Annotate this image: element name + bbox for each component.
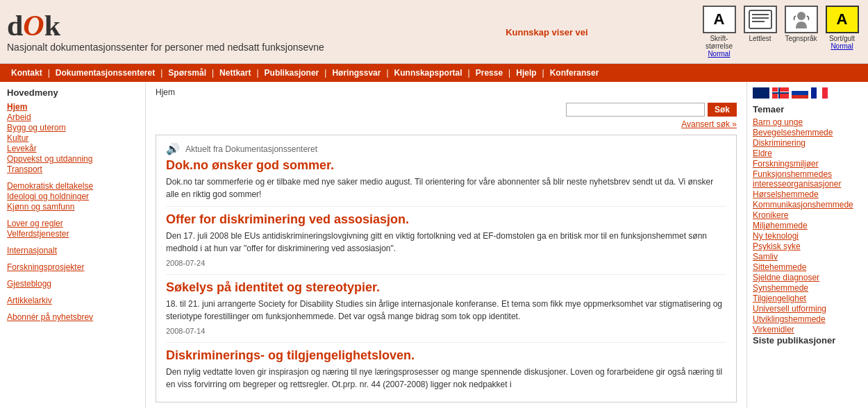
- header-center: Kunnskap viser vei: [324, 26, 700, 37]
- right-sidebar: Temaer Barn og ungeBevegelseshemmedeDisk…: [746, 82, 868, 408]
- section-label: Aktuelt fra Dokumentasjonssenteret: [185, 144, 317, 154]
- search-input[interactable]: [566, 103, 705, 117]
- nav-item-høringssvar[interactable]: Høringssvar: [326, 67, 386, 79]
- logo[interactable]: dOk: [7, 11, 324, 40]
- logo-k: k: [44, 10, 60, 42]
- tema-link-bevegelseshemmede[interactable]: Bevegelseshemmede: [753, 128, 862, 137]
- sidebar-separator: [7, 306, 138, 312]
- tema-link-ny-teknologi[interactable]: Ny teknologi: [753, 231, 862, 241]
- easy-read-label: Lettlest: [749, 35, 771, 42]
- flag-fr[interactable]: [811, 87, 828, 99]
- nav-item-nettkart[interactable]: Nettkart: [214, 67, 256, 79]
- svg-rect-0: [749, 10, 771, 28]
- sidebar-link-ideologi-og-holdninger[interactable]: Ideologi og holdninger: [7, 192, 138, 201]
- nav-item-hjelp[interactable]: Hjelp: [510, 67, 542, 79]
- tema-link-diskriminering[interactable]: Diskriminering: [753, 138, 862, 148]
- color-icon-box[interactable]: A: [826, 6, 859, 33]
- font-size-label: Skrift-størrelse: [706, 35, 733, 50]
- sidebar-separator: [7, 289, 138, 295]
- sidebar-separator: [7, 175, 138, 180]
- breadcrumb: Hjem: [156, 87, 737, 97]
- flag-no[interactable]: [772, 87, 789, 99]
- sidebar-link-artikkelarkiv[interactable]: Artikkelarkiv: [7, 296, 138, 305]
- main-layout: Hovedmeny HjemArbeidBygg og uteromKultur…: [0, 82, 868, 408]
- search-bar: Søk: [156, 103, 737, 117]
- search-button[interactable]: Søk: [708, 103, 737, 117]
- sidebar-link-velferdstjenester[interactable]: Velferdstjenester: [7, 229, 138, 239]
- article-title-1[interactable]: Offer for diskriminering ved assosiasjon…: [166, 212, 409, 226]
- tema-link-universell-utforming[interactable]: Universell utforming: [753, 304, 862, 314]
- tema-link-forskningsmiljøer[interactable]: Forskningsmiljøer: [753, 159, 862, 169]
- nav-item-kunnskapsportal[interactable]: Kunnskapsportal: [389, 67, 468, 79]
- flag-ru[interactable]: [792, 87, 808, 99]
- tagline: Kunnskap viser vei: [506, 27, 588, 37]
- nav-item-publikasjoner[interactable]: Publikasjoner: [259, 67, 325, 79]
- sidebar-link-levekår[interactable]: Levekår: [7, 144, 138, 153]
- logo-area: dOk Nasjonalt dokumentasjonssenter for p…: [7, 11, 324, 53]
- font-size-icon-box[interactable]: A: [703, 6, 736, 33]
- article-date-2: 2008-07-14: [166, 327, 726, 335]
- tema-link-psykisk-syke[interactable]: Psykisk syke: [753, 241, 862, 251]
- nav-item-presse[interactable]: Presse: [470, 67, 508, 79]
- sidebar-link-gjesteblogg[interactable]: Gjesteblogg: [7, 279, 138, 289]
- article-body-2: 18. til 21. juni arrangerte Society for …: [166, 298, 726, 323]
- nav-item-kontakt[interactable]: Kontakt: [6, 67, 48, 79]
- sidebar-link-arbeid[interactable]: Arbeid: [7, 112, 138, 122]
- tema-link-miljøhemmede[interactable]: Miljøhemmede: [753, 221, 862, 230]
- sidebar-link-oppvekst-og-utdanning[interactable]: Oppvekst og utdanning: [7, 154, 138, 164]
- speaker-icon[interactable]: 🔊: [166, 142, 180, 155]
- header: dOk Nasjonalt dokumentasjonssenter for p…: [0, 0, 868, 64]
- article-body-3: Den nylig vedtatte loven gir inspirasjon…: [166, 366, 726, 391]
- nav-item-dokumentasjonssenteret[interactable]: Dokumentasjonssenteret: [50, 67, 160, 79]
- siste-publikasjoner-title: Siste publikasjoner: [753, 335, 862, 346]
- article-divider: [166, 206, 726, 207]
- article-divider: [166, 342, 726, 343]
- tema-link-virkemidler[interactable]: Virkemidler: [753, 325, 862, 334]
- sidebar-link-kultur[interactable]: Kultur: [7, 133, 138, 143]
- sidebar-link-demokratisk-deltakelse[interactable]: Demokratisk deltakelse: [7, 181, 138, 191]
- easy-read-icon-box[interactable]: [744, 6, 777, 33]
- easy-read-tool[interactable]: Lettlest: [741, 6, 779, 42]
- sidebar-link-internasjonalt[interactable]: Internasjonalt: [7, 246, 138, 255]
- tema-link-kommunikasjonshemmede[interactable]: Kommunikasjonshemmede: [753, 200, 862, 210]
- sidebar-link-hjem[interactable]: Hjem: [7, 102, 138, 112]
- article-title-2[interactable]: Søkelys på identitet og stereotypier.: [166, 280, 380, 294]
- tema-link-eldre[interactable]: Eldre: [753, 148, 862, 158]
- logo-o: O: [23, 10, 44, 42]
- tema-link-sittehemmede[interactable]: Sittehemmede: [753, 262, 862, 272]
- flag-uk[interactable]: [753, 87, 769, 99]
- sidebar-link-kjønn-og-samfunn[interactable]: Kjønn og samfunn: [7, 202, 138, 212]
- logo-d: d: [7, 10, 23, 42]
- font-size-tool[interactable]: A Skrift-størrelse Normal: [700, 6, 738, 58]
- sidebar-separator: [7, 239, 138, 245]
- sidebar-link-abonnér-på-nyhetsbrev[interactable]: Abonnér på nyhetsbrev: [7, 312, 138, 322]
- tema-link-barn-og-unge[interactable]: Barn og unge: [753, 117, 862, 127]
- tema-link-synshemmede[interactable]: Synshemmede: [753, 283, 862, 293]
- svg-point-4: [797, 12, 806, 20]
- tema-link-tilgjengelighet[interactable]: Tilgjengelighet: [753, 294, 862, 303]
- tema-link-hørselshemmede[interactable]: Hørselshemmede: [753, 189, 862, 199]
- tema-link-samliv[interactable]: Samliv: [753, 252, 862, 262]
- sidebar-separator: [7, 256, 138, 262]
- sidebar-link-bygg-og-uterom[interactable]: Bygg og uterom: [7, 123, 138, 133]
- sidebar-link-lover-og-regler[interactable]: Lover og regler: [7, 219, 138, 228]
- color-tool[interactable]: A Sort/gult Normal: [823, 6, 861, 50]
- tema-link-kronikere[interactable]: Kronikere: [753, 210, 862, 220]
- nav-item-spørsmål[interactable]: Spørsmål: [162, 67, 212, 79]
- sidebar-title: Hovedmeny: [7, 87, 138, 98]
- tema-link-utviklingshemmede[interactable]: Utviklingshemmede: [753, 314, 862, 324]
- nav-item-konferanser[interactable]: Konferanser: [544, 67, 605, 79]
- article-title-3[interactable]: Diskriminerings- og tilgjengelighetslove…: [166, 348, 415, 362]
- sidebar-link-transport[interactable]: Transport: [7, 164, 138, 174]
- left-sidebar: Hovedmeny HjemArbeidBygg og uteromKultur…: [0, 82, 146, 408]
- article-body-0: Dok.no tar sommerferie og er tilbake med…: [166, 176, 726, 201]
- article-title-0[interactable]: Dok.no ønsker god sommer.: [166, 158, 334, 172]
- color-normal[interactable]: Normal: [831, 42, 853, 50]
- sidebar-link-forskningsprosjekter[interactable]: Forskningsprosjekter: [7, 262, 138, 272]
- sign-lang-icon-box[interactable]: [785, 6, 818, 33]
- advanced-search-link[interactable]: Avansert søk »: [156, 119, 737, 129]
- tema-link-sjeldne-diagnoser[interactable]: Sjeldne diagnoser: [753, 273, 862, 282]
- font-size-normal[interactable]: Normal: [708, 50, 730, 58]
- sign-lang-tool[interactable]: Tegnspråk: [782, 6, 820, 42]
- tema-link-funksjonshemmedes-interesseorganisasjoner[interactable]: Funksjonshemmedes interesseorganisasjone…: [753, 169, 862, 189]
